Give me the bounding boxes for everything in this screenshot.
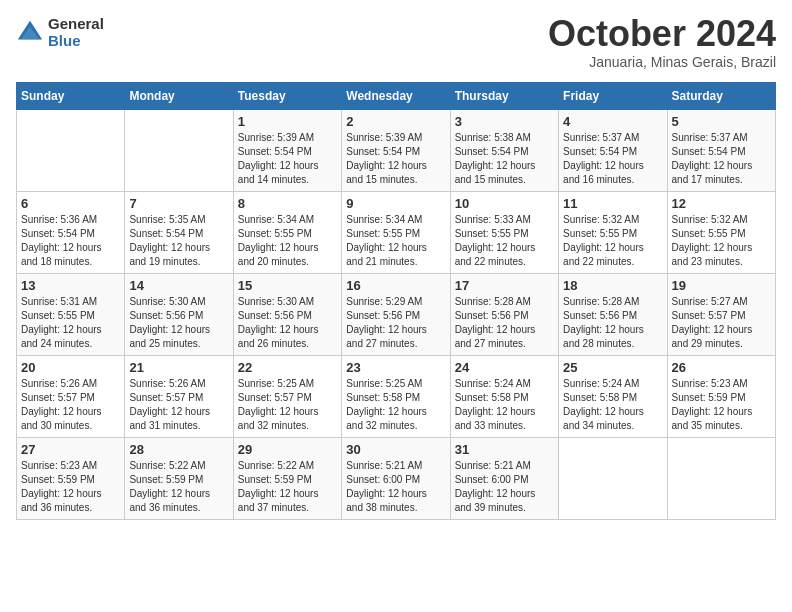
day-number: 16 — [346, 278, 445, 293]
location-subtitle: Januaria, Minas Gerais, Brazil — [548, 54, 776, 70]
calendar-week-row: 27Sunrise: 5:23 AMSunset: 5:59 PMDayligh… — [17, 438, 776, 520]
day-number: 27 — [21, 442, 120, 457]
calendar-cell: 26Sunrise: 5:23 AMSunset: 5:59 PMDayligh… — [667, 356, 775, 438]
header-thursday: Thursday — [450, 83, 558, 110]
day-info: Sunrise: 5:37 AMSunset: 5:54 PMDaylight:… — [563, 131, 662, 187]
day-number: 14 — [129, 278, 228, 293]
calendar-cell: 22Sunrise: 5:25 AMSunset: 5:57 PMDayligh… — [233, 356, 341, 438]
day-number: 10 — [455, 196, 554, 211]
header-sunday: Sunday — [17, 83, 125, 110]
logo-text: General Blue — [48, 16, 104, 49]
day-number: 2 — [346, 114, 445, 129]
calendar-cell: 11Sunrise: 5:32 AMSunset: 5:55 PMDayligh… — [559, 192, 667, 274]
calendar-cell: 6Sunrise: 5:36 AMSunset: 5:54 PMDaylight… — [17, 192, 125, 274]
calendar-week-row: 13Sunrise: 5:31 AMSunset: 5:55 PMDayligh… — [17, 274, 776, 356]
day-info: Sunrise: 5:34 AMSunset: 5:55 PMDaylight:… — [238, 213, 337, 269]
day-info: Sunrise: 5:29 AMSunset: 5:56 PMDaylight:… — [346, 295, 445, 351]
calendar-cell: 17Sunrise: 5:28 AMSunset: 5:56 PMDayligh… — [450, 274, 558, 356]
day-info: Sunrise: 5:24 AMSunset: 5:58 PMDaylight:… — [563, 377, 662, 433]
header-tuesday: Tuesday — [233, 83, 341, 110]
calendar-cell: 24Sunrise: 5:24 AMSunset: 5:58 PMDayligh… — [450, 356, 558, 438]
day-number: 20 — [21, 360, 120, 375]
day-info: Sunrise: 5:24 AMSunset: 5:58 PMDaylight:… — [455, 377, 554, 433]
calendar-cell: 15Sunrise: 5:30 AMSunset: 5:56 PMDayligh… — [233, 274, 341, 356]
day-number: 7 — [129, 196, 228, 211]
calendar-cell: 29Sunrise: 5:22 AMSunset: 5:59 PMDayligh… — [233, 438, 341, 520]
day-info: Sunrise: 5:39 AMSunset: 5:54 PMDaylight:… — [346, 131, 445, 187]
day-info: Sunrise: 5:36 AMSunset: 5:54 PMDaylight:… — [21, 213, 120, 269]
day-number: 3 — [455, 114, 554, 129]
day-info: Sunrise: 5:28 AMSunset: 5:56 PMDaylight:… — [563, 295, 662, 351]
day-info: Sunrise: 5:22 AMSunset: 5:59 PMDaylight:… — [129, 459, 228, 515]
header-saturday: Saturday — [667, 83, 775, 110]
day-number: 4 — [563, 114, 662, 129]
day-number: 1 — [238, 114, 337, 129]
day-number: 15 — [238, 278, 337, 293]
day-number: 19 — [672, 278, 771, 293]
day-number: 31 — [455, 442, 554, 457]
day-number: 22 — [238, 360, 337, 375]
calendar-cell: 27Sunrise: 5:23 AMSunset: 5:59 PMDayligh… — [17, 438, 125, 520]
day-number: 6 — [21, 196, 120, 211]
day-info: Sunrise: 5:26 AMSunset: 5:57 PMDaylight:… — [21, 377, 120, 433]
calendar-cell: 21Sunrise: 5:26 AMSunset: 5:57 PMDayligh… — [125, 356, 233, 438]
calendar-table: SundayMondayTuesdayWednesdayThursdayFrid… — [16, 82, 776, 520]
day-info: Sunrise: 5:38 AMSunset: 5:54 PMDaylight:… — [455, 131, 554, 187]
calendar-cell: 28Sunrise: 5:22 AMSunset: 5:59 PMDayligh… — [125, 438, 233, 520]
day-info: Sunrise: 5:31 AMSunset: 5:55 PMDaylight:… — [21, 295, 120, 351]
calendar-week-row: 1Sunrise: 5:39 AMSunset: 5:54 PMDaylight… — [17, 110, 776, 192]
day-number: 21 — [129, 360, 228, 375]
logo-icon — [16, 19, 44, 47]
day-info: Sunrise: 5:30 AMSunset: 5:56 PMDaylight:… — [129, 295, 228, 351]
header-monday: Monday — [125, 83, 233, 110]
calendar-cell — [559, 438, 667, 520]
calendar-cell — [667, 438, 775, 520]
calendar-cell: 19Sunrise: 5:27 AMSunset: 5:57 PMDayligh… — [667, 274, 775, 356]
calendar-cell: 25Sunrise: 5:24 AMSunset: 5:58 PMDayligh… — [559, 356, 667, 438]
calendar-cell: 5Sunrise: 5:37 AMSunset: 5:54 PMDaylight… — [667, 110, 775, 192]
day-info: Sunrise: 5:37 AMSunset: 5:54 PMDaylight:… — [672, 131, 771, 187]
day-number: 18 — [563, 278, 662, 293]
calendar-cell: 13Sunrise: 5:31 AMSunset: 5:55 PMDayligh… — [17, 274, 125, 356]
day-info: Sunrise: 5:27 AMSunset: 5:57 PMDaylight:… — [672, 295, 771, 351]
calendar-header-row: SundayMondayTuesdayWednesdayThursdayFrid… — [17, 83, 776, 110]
day-number: 8 — [238, 196, 337, 211]
calendar-cell: 31Sunrise: 5:21 AMSunset: 6:00 PMDayligh… — [450, 438, 558, 520]
calendar-cell: 30Sunrise: 5:21 AMSunset: 6:00 PMDayligh… — [342, 438, 450, 520]
calendar-cell: 1Sunrise: 5:39 AMSunset: 5:54 PMDaylight… — [233, 110, 341, 192]
calendar-cell: 18Sunrise: 5:28 AMSunset: 5:56 PMDayligh… — [559, 274, 667, 356]
day-info: Sunrise: 5:25 AMSunset: 5:57 PMDaylight:… — [238, 377, 337, 433]
logo-general-text: General — [48, 16, 104, 33]
calendar-cell: 8Sunrise: 5:34 AMSunset: 5:55 PMDaylight… — [233, 192, 341, 274]
calendar-cell: 4Sunrise: 5:37 AMSunset: 5:54 PMDaylight… — [559, 110, 667, 192]
day-info: Sunrise: 5:32 AMSunset: 5:55 PMDaylight:… — [672, 213, 771, 269]
day-info: Sunrise: 5:39 AMSunset: 5:54 PMDaylight:… — [238, 131, 337, 187]
calendar-cell: 20Sunrise: 5:26 AMSunset: 5:57 PMDayligh… — [17, 356, 125, 438]
calendar-cell: 16Sunrise: 5:29 AMSunset: 5:56 PMDayligh… — [342, 274, 450, 356]
day-info: Sunrise: 5:21 AMSunset: 6:00 PMDaylight:… — [455, 459, 554, 515]
calendar-cell: 7Sunrise: 5:35 AMSunset: 5:54 PMDaylight… — [125, 192, 233, 274]
day-number: 13 — [21, 278, 120, 293]
calendar-cell: 12Sunrise: 5:32 AMSunset: 5:55 PMDayligh… — [667, 192, 775, 274]
title-block: October 2024 Januaria, Minas Gerais, Bra… — [548, 16, 776, 70]
day-number: 28 — [129, 442, 228, 457]
day-info: Sunrise: 5:26 AMSunset: 5:57 PMDaylight:… — [129, 377, 228, 433]
calendar-cell: 9Sunrise: 5:34 AMSunset: 5:55 PMDaylight… — [342, 192, 450, 274]
day-info: Sunrise: 5:30 AMSunset: 5:56 PMDaylight:… — [238, 295, 337, 351]
day-number: 12 — [672, 196, 771, 211]
day-info: Sunrise: 5:23 AMSunset: 5:59 PMDaylight:… — [21, 459, 120, 515]
month-title: October 2024 — [548, 16, 776, 52]
calendar-cell: 14Sunrise: 5:30 AMSunset: 5:56 PMDayligh… — [125, 274, 233, 356]
day-number: 29 — [238, 442, 337, 457]
day-number: 9 — [346, 196, 445, 211]
day-info: Sunrise: 5:23 AMSunset: 5:59 PMDaylight:… — [672, 377, 771, 433]
day-info: Sunrise: 5:28 AMSunset: 5:56 PMDaylight:… — [455, 295, 554, 351]
calendar-cell: 2Sunrise: 5:39 AMSunset: 5:54 PMDaylight… — [342, 110, 450, 192]
calendar-cell — [17, 110, 125, 192]
calendar-cell: 3Sunrise: 5:38 AMSunset: 5:54 PMDaylight… — [450, 110, 558, 192]
header-friday: Friday — [559, 83, 667, 110]
day-info: Sunrise: 5:32 AMSunset: 5:55 PMDaylight:… — [563, 213, 662, 269]
day-number: 11 — [563, 196, 662, 211]
calendar-week-row: 6Sunrise: 5:36 AMSunset: 5:54 PMDaylight… — [17, 192, 776, 274]
logo-blue-text: Blue — [48, 33, 104, 50]
